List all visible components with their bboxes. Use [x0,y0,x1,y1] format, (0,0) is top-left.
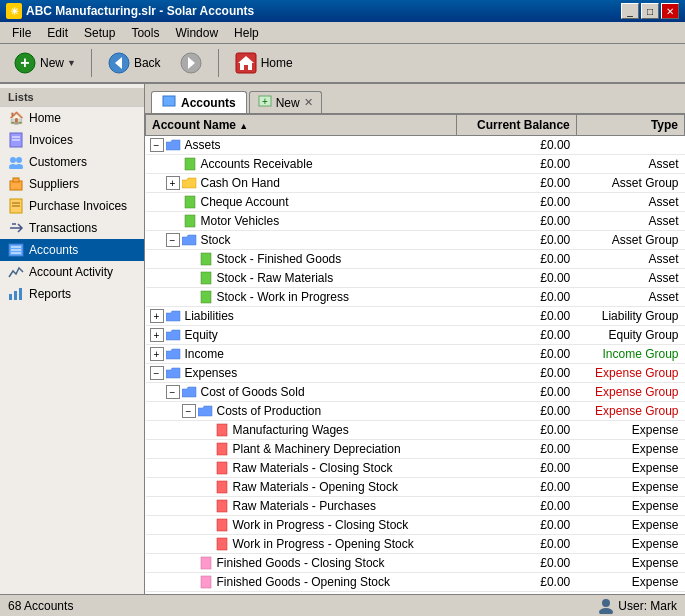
table-row[interactable]: Stock - Work in Progress £0.00 Asset [146,288,685,307]
close-button[interactable]: ✕ [661,3,679,19]
table-row[interactable]: Stock - Finished Goods £0.00 Asset [146,250,685,269]
back-button[interactable]: Back [100,48,168,78]
account-name: Assets [185,138,221,152]
account-name: Plant & Machinery Depreciation [233,442,401,456]
svg-rect-16 [13,178,19,182]
account-name-cell: Raw Materials - Purchases [146,497,457,516]
table-row[interactable]: Work in Progress - Opening Stock £0.00 E… [146,535,685,554]
sidebar-item-reports[interactable]: Reports [0,283,144,305]
table-row[interactable]: Manufacturing Wages £0.00 Expense [146,421,685,440]
account-icon [166,366,182,380]
svg-rect-31 [185,196,195,208]
table-row[interactable]: Accounts Receivable £0.00 Asset [146,155,685,174]
col-header-name[interactable]: Account Name ▲ [146,115,457,136]
expand-button[interactable]: + [150,328,164,342]
account-name-cell: Motor Vehicles [146,212,457,231]
table-row[interactable]: − Stock £0.00 Asset Group [146,231,685,250]
table-row[interactable]: Raw Materials - Purchases £0.00 Expense [146,497,685,516]
col-header-balance[interactable]: Current Balance [456,115,576,136]
account-icon [198,290,214,304]
sidebar-item-invoices[interactable]: Invoices [0,129,144,151]
account-name-cell: + Cash On Hand [146,174,457,193]
sidebar-item-suppliers[interactable]: Suppliers [0,173,144,195]
user-label: User: Mark [618,599,677,613]
table-row[interactable]: Cheque Account £0.00 Asset [146,193,685,212]
sidebar-item-purchase-invoices[interactable]: Purchase Invoices [0,195,144,217]
sidebar-item-account-activity[interactable]: Account Activity [0,261,144,283]
account-name: Finished Goods - Closing Stock [217,556,385,570]
accounts-table: Account Name ▲ Current Balance Type − As… [145,114,685,594]
app-icon: ☀ [6,3,22,19]
accounts-table-container[interactable]: Account Name ▲ Current Balance Type − As… [145,114,685,594]
account-name: Motor Vehicles [201,214,280,228]
table-row[interactable]: Finished Goods - Opening Stock £0.00 Exp… [146,573,685,592]
tab-accounts-label: Accounts [181,96,236,110]
table-row[interactable]: − Cost of Goods Sold £0.00 Expense Group [146,383,685,402]
account-name: Stock - Finished Goods [217,252,342,266]
menu-edit[interactable]: Edit [39,24,76,42]
minimize-button[interactable]: _ [621,3,639,19]
forward-button[interactable] [172,48,210,78]
expand-button[interactable]: + [150,347,164,361]
table-row[interactable]: Finished Goods - Closing Stock £0.00 Exp… [146,554,685,573]
expand-button[interactable]: + [150,309,164,323]
home-button[interactable]: Home [227,48,300,78]
table-row[interactable]: − Assets £0.00 [146,136,685,155]
account-name-cell: Finished Goods - Closing Stock [146,554,457,573]
sidebar-item-label-transactions: Transactions [29,221,97,235]
sidebar-item-customers[interactable]: Customers [0,151,144,173]
account-icon [182,233,198,247]
table-row[interactable]: + Cash On Hand £0.00 Asset Group [146,174,685,193]
sidebar-item-accounts[interactable]: Accounts [0,239,144,261]
menu-file[interactable]: File [4,24,39,42]
account-name: Manufacturing Wages [233,423,349,437]
menu-setup[interactable]: Setup [76,24,123,42]
svg-rect-39 [217,481,227,493]
account-name: Stock [201,233,231,247]
type-cell: Asset Group [576,231,684,250]
menu-tools[interactable]: Tools [123,24,167,42]
type-cell: Expense [576,478,684,497]
collapse-button[interactable]: − [166,233,180,247]
table-row[interactable]: Raw Materials - Opening Stock £0.00 Expe… [146,478,685,497]
collapse-button[interactable]: − [166,385,180,399]
reports-icon [8,286,24,302]
expand-button[interactable]: + [166,176,180,190]
tab-new[interactable]: + New ✕ [249,91,322,113]
table-row[interactable]: Stock - Raw Materials £0.00 Asset [146,269,685,288]
col-header-type[interactable]: Type [576,115,684,136]
table-row[interactable]: Plant & Machinery Depreciation £0.00 Exp… [146,440,685,459]
balance-cell: £0.00 [456,440,576,459]
table-row[interactable]: + Income £0.00 Income Group [146,345,685,364]
tab-accounts[interactable]: Accounts [151,91,247,113]
window-title: ABC Manufacturing.slr - Solar Accounts [26,4,254,18]
sidebar-item-home[interactable]: 🏠 Home [0,107,144,129]
table-row[interactable]: + Overheads £0.00 Expense Group [146,592,685,595]
balance-cell: £0.00 [456,174,576,193]
table-row[interactable]: + Equity £0.00 Equity Group [146,326,685,345]
collapse-button[interactable]: − [150,366,164,380]
type-cell: Expense [576,573,684,592]
balance-cell: £0.00 [456,402,576,421]
collapse-button[interactable]: − [182,404,196,418]
new-button[interactable]: + New ▼ [6,48,83,78]
type-cell: Expense [576,535,684,554]
table-row[interactable]: Motor Vehicles £0.00 Asset [146,212,685,231]
type-cell: Asset [576,193,684,212]
table-row[interactable]: + Liabilities £0.00 Liability Group [146,307,685,326]
collapse-button[interactable]: − [150,138,164,152]
table-row[interactable]: Raw Materials - Closing Stock £0.00 Expe… [146,459,685,478]
table-row[interactable]: − Costs of Production £0.00 Expense Grou… [146,402,685,421]
account-icon [214,499,230,513]
account-name: Raw Materials - Closing Stock [233,461,393,475]
menu-help[interactable]: Help [226,24,267,42]
menu-window[interactable]: Window [167,24,226,42]
sidebar-item-transactions[interactable]: Transactions [0,217,144,239]
table-row[interactable]: Work in Progress - Closing Stock £0.00 E… [146,516,685,535]
tab-new-close-icon[interactable]: ✕ [304,96,313,109]
table-row[interactable]: − Expenses £0.00 Expense Group [146,364,685,383]
account-name-cell: + Equity [146,326,457,345]
type-cell: Expense [576,459,684,478]
sidebar-header: Lists [0,88,144,107]
maximize-button[interactable]: □ [641,3,659,19]
